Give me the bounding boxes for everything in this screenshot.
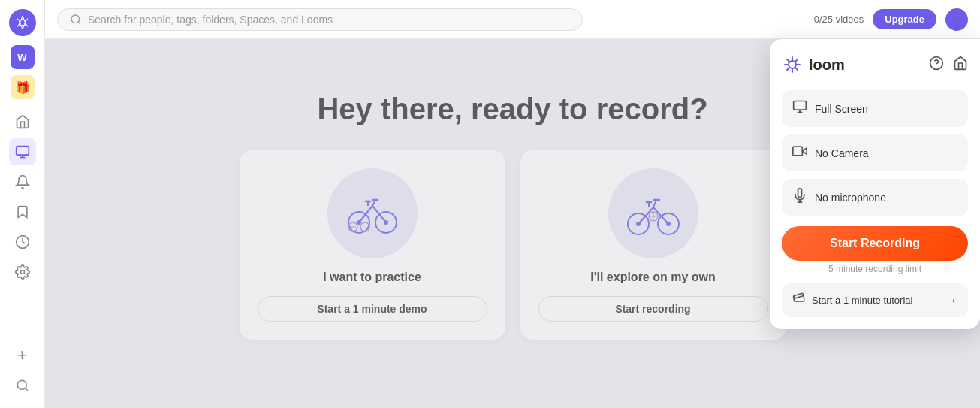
svg-line-29: [653, 207, 668, 224]
home-icon[interactable]: [953, 56, 968, 74]
recording-limit: 5 minute recording limit: [782, 264, 968, 274]
sidebar-item-videos[interactable]: [9, 138, 36, 165]
arrow-icon: →: [945, 294, 957, 307]
svg-line-31: [653, 200, 656, 207]
explore-card-button[interactable]: Start recording: [538, 296, 768, 322]
header: Search for people, tags, folders, Spaces…: [45, 0, 980, 39]
svg-line-7: [25, 388, 27, 390]
sidebar-item-notifications[interactable]: [9, 168, 36, 195]
sidebar-item-settings[interactable]: [9, 258, 36, 286]
practice-card-button[interactable]: Start a 1 minute demo: [258, 296, 487, 322]
camera-icon: [792, 144, 807, 162]
help-icon[interactable]: [929, 56, 944, 74]
svg-point-6: [17, 380, 26, 389]
clapperboard-icon: [792, 292, 806, 308]
header-avatar[interactable]: [945, 8, 968, 31]
user-avatar[interactable]: W: [11, 45, 35, 69]
svg-rect-1: [16, 147, 29, 156]
main-content: Search for people, tags, folders, Spaces…: [45, 0, 980, 408]
sidebar-search-icon[interactable]: [9, 372, 36, 399]
loom-popup: loom: [770, 39, 980, 329]
loom-logo-icon: [782, 54, 803, 75]
microphone-icon: [792, 188, 807, 207]
gift-icon[interactable]: 🎁: [11, 75, 35, 99]
svg-line-16: [359, 206, 372, 222]
popup-header-icons: [929, 56, 968, 74]
full-screen-label: Full Screen: [815, 103, 868, 115]
search-bar[interactable]: Search for people, tags, folders, Spaces…: [57, 8, 583, 31]
search-placeholder: Search for people, tags, folders, Spaces…: [88, 14, 333, 26]
svg-rect-41: [794, 101, 807, 110]
svg-point-5: [20, 270, 24, 274]
header-right: 0/25 videos Upgrade: [814, 8, 968, 31]
search-icon: [70, 14, 82, 26]
tutorial-link[interactable]: Start a 1 minute tutorial →: [782, 283, 968, 317]
practice-card: I want to practice Start a 1 minute demo: [240, 150, 505, 340]
sidebar: W 🎁 +: [0, 0, 45, 408]
popup-logo-text: loom: [809, 56, 845, 74]
sidebar-add-button[interactable]: +: [9, 342, 36, 369]
explore-card: I'll explore on my own Start recording: [520, 150, 786, 340]
practice-card-title: I want to practice: [323, 270, 421, 284]
cards-row: I want to practice Start a 1 minute demo: [228, 150, 798, 340]
svg-point-0: [19, 20, 25, 26]
svg-line-9: [78, 22, 80, 24]
full-screen-option[interactable]: Full Screen: [782, 90, 968, 127]
monitor-icon: [792, 99, 807, 118]
sidebar-item-home[interactable]: [9, 108, 36, 135]
videos-count: 0/25 videos: [814, 14, 864, 25]
svg-line-15: [372, 206, 386, 222]
practice-illustration: [327, 168, 418, 258]
no-microphone-label: No microphone: [815, 192, 886, 204]
popup-logo: loom: [782, 54, 845, 75]
tutorial-label: Start a 1 minute tutorial: [812, 295, 912, 306]
svg-point-8: [71, 15, 80, 23]
start-recording-button[interactable]: Start Recording: [782, 226, 968, 261]
no-camera-option[interactable]: No Camera: [782, 134, 968, 171]
hero-title: Hey there, ready to record?: [317, 92, 707, 126]
sidebar-item-history[interactable]: [9, 228, 36, 255]
upgrade-button[interactable]: Upgrade: [873, 9, 936, 29]
no-camera-label: No Camera: [815, 147, 869, 159]
svg-rect-44: [793, 147, 803, 156]
app-logo: [9, 9, 36, 36]
explore-illustration: [608, 168, 698, 258]
sidebar-item-bookmarks[interactable]: [9, 198, 36, 225]
svg-line-30: [638, 207, 653, 224]
popup-header: loom: [782, 54, 968, 75]
explore-card-title: I'll explore on my own: [590, 270, 716, 284]
no-microphone-option[interactable]: No microphone: [782, 179, 968, 216]
